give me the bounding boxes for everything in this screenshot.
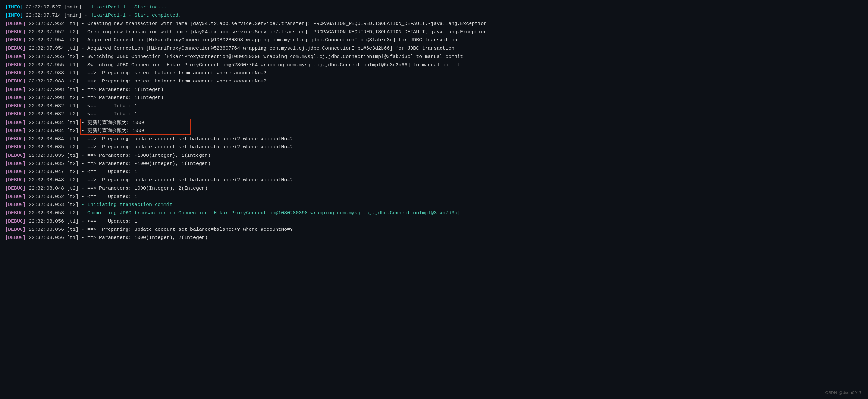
- log-timestamp: 22:32:08.053: [26, 209, 67, 217]
- log-timestamp: 22:32:08.032: [26, 102, 67, 110]
- log-level: [DEBUG]: [5, 135, 26, 143]
- log-line: [DEBUG] 22:32:08.056 [t1] - ==> Paramete…: [5, 234, 863, 242]
- log-line: [DEBUG] 22:32:08.053 [t2] - Initiating t…: [5, 201, 863, 209]
- log-level: [DEBUG]: [5, 185, 26, 192]
- log-timestamp: 22:32:07.714: [23, 12, 64, 19]
- log-timestamp: 22:32:08.048: [26, 176, 67, 184]
- log-thread: [t2]: [67, 168, 79, 176]
- log-thread: [t2]: [67, 127, 79, 135]
- log-level: [DEBUG]: [5, 28, 26, 36]
- log-line: [DEBUG] 22:32:07.955 [t2] - Switching JD…: [5, 53, 863, 61]
- log-timestamp: 22:32:08.035: [26, 144, 67, 151]
- log-thread: [t1]: [67, 61, 79, 69]
- log-line: [DEBUG] 22:32:08.032 [t1] - <== Total: 1: [5, 102, 863, 110]
- log-line: [DEBUG] 22:32:08.053 [t2] - Committing J…: [5, 209, 863, 217]
- log-timestamp: 22:32:08.048: [26, 185, 67, 192]
- log-level: [INFO]: [5, 4, 23, 11]
- log-line: [DEBUG] 22:32:07.954 [t1] - Acquired Con…: [5, 44, 863, 53]
- log-timestamp: 22:32:08.034: [26, 127, 67, 135]
- log-message: - ==> Preparing: update account set bala…: [79, 135, 293, 143]
- log-line: [DEBUG] 22:32:08.035 [t1] - ==> Paramete…: [5, 152, 863, 160]
- log-thread: [t2]: [67, 160, 79, 167]
- log-line: [DEBUG] 22:32:07.952 [t2] - Creating new…: [5, 28, 863, 36]
- terminal: [INFO] 22:32:07.527 [main] - HikariPool-…: [0, 0, 868, 399]
- log-message: - <== Updates: 1: [79, 218, 137, 225]
- log-timestamp: 22:32:07.998: [26, 86, 67, 94]
- log-thread: [t2]: [67, 144, 79, 151]
- log-message: - ==> Preparing: select balance from acc…: [79, 69, 267, 77]
- log-timestamp: 22:32:08.034: [26, 135, 67, 143]
- log-line: [DEBUG] 22:32:07.983 [t2] - ==> Preparin…: [5, 77, 863, 85]
- log-level: [DEBUG]: [5, 176, 26, 184]
- log-message: -: [82, 12, 90, 19]
- log-message: - ==> Parameters: -1000(Integer), 1(Inte…: [79, 160, 211, 167]
- log-level: [DEBUG]: [5, 86, 26, 94]
- log-message: - ==> Parameters: 1000(Integer), 2(Integ…: [79, 234, 208, 242]
- log-timestamp: 22:32:07.955: [26, 53, 67, 61]
- log-level: [DEBUG]: [5, 168, 26, 176]
- log-thread: [main]: [64, 12, 82, 19]
- log-thread: [t1]: [67, 45, 79, 52]
- log-thread: [t1]: [67, 234, 79, 242]
- log-thread: [t2]: [67, 94, 79, 102]
- log-level: [DEBUG]: [5, 193, 26, 201]
- log-line: [DEBUG] 22:32:08.034 [t2] - 更新前查询余额为: 10…: [5, 127, 863, 135]
- log-level: [INFO]: [5, 12, 23, 19]
- log-line: [DEBUG] 22:32:08.052 [t2] - <== Updates:…: [5, 193, 863, 201]
- log-level: [DEBUG]: [5, 234, 26, 242]
- log-message: HikariPool-1 - Start completed.: [90, 12, 181, 19]
- log-level: [DEBUG]: [5, 201, 26, 209]
- log-level: [DEBUG]: [5, 160, 26, 167]
- log-level: [DEBUG]: [5, 127, 26, 135]
- watermark-text: CSDN @dudu0917: [825, 390, 862, 395]
- log-message: - <== Total: 1: [79, 102, 137, 110]
- log-timestamp: 22:32:08.035: [26, 160, 67, 167]
- log-timestamp: 22:32:08.053: [26, 201, 67, 209]
- log-thread: [t1]: [67, 119, 79, 126]
- log-level: [DEBUG]: [5, 36, 26, 44]
- log-level: [DEBUG]: [5, 53, 26, 61]
- log-timestamp: 22:32:08.034: [26, 119, 67, 126]
- log-thread: [t1]: [67, 102, 79, 110]
- log-timestamp: 22:32:08.047: [26, 168, 67, 176]
- log-line: [DEBUG] 22:32:08.056 [t1] - <== Updates:…: [5, 217, 863, 225]
- log-timestamp: 22:32:08.052: [26, 193, 67, 201]
- log-thread: [t2]: [67, 176, 79, 184]
- log-message-boxed: - 更新前查询余额为: 1000: [79, 119, 144, 126]
- log-line: [INFO] 22:32:07.714 [main] - HikariPool-…: [5, 11, 863, 20]
- log-level: [DEBUG]: [5, 61, 26, 69]
- log-timestamp: 22:32:08.056: [26, 226, 67, 234]
- log-level: [DEBUG]: [5, 209, 26, 217]
- log-message: - <== Updates: 1: [79, 168, 137, 176]
- log-message: - Switching JDBC Connection [HikariProxy…: [79, 61, 460, 69]
- log-timestamp: 22:32:07.952: [26, 28, 67, 36]
- log-message: - ==> Preparing: update account set bala…: [79, 144, 293, 151]
- log-timestamp: 22:32:08.032: [26, 111, 67, 118]
- log-message-boxed: - 更新前查询余额为: 1000: [79, 127, 144, 135]
- log-line: [DEBUG] 22:32:08.034 [t1] - ==> Preparin…: [5, 135, 863, 143]
- log-timestamp: 22:32:07.983: [26, 69, 67, 77]
- log-message: -: [82, 4, 90, 11]
- log-message: - <== Updates: 1: [79, 193, 137, 201]
- log-level: [DEBUG]: [5, 119, 26, 126]
- log-level: [DEBUG]: [5, 45, 26, 52]
- log-timestamp: 22:32:08.035: [26, 152, 67, 159]
- log-line: [DEBUG] 22:32:07.952 [t1] - Creating new…: [5, 20, 863, 28]
- log-thread: [t1]: [67, 69, 79, 77]
- log-timestamp: 22:32:07.527: [23, 4, 64, 11]
- log-message: - Creating new transaction with name [da…: [79, 20, 487, 28]
- log-thread: [t2]: [67, 111, 79, 118]
- log-line: [DEBUG] 22:32:07.998 [t2] - ==> Paramete…: [5, 94, 863, 102]
- log-line: [DEBUG] 22:32:08.048 [t2] - ==> Paramete…: [5, 185, 863, 193]
- log-message: - Creating new transaction with name [da…: [79, 28, 487, 36]
- log-timestamp: 22:32:07.952: [26, 20, 67, 28]
- log-message: - <== Total: 1: [79, 111, 137, 118]
- log-level: [DEBUG]: [5, 152, 26, 159]
- log-timestamp: 22:32:07.983: [26, 78, 67, 85]
- log-timestamp: 22:32:08.056: [26, 234, 67, 242]
- log-thread: [t1]: [67, 20, 79, 28]
- log-thread: [t2]: [67, 36, 79, 44]
- log-line: [DEBUG] 22:32:08.032 [t2] - <== Total: 1: [5, 110, 863, 118]
- log-message: - Committing JDBC transaction on Connect…: [79, 209, 460, 217]
- log-thread: [t1]: [67, 152, 79, 159]
